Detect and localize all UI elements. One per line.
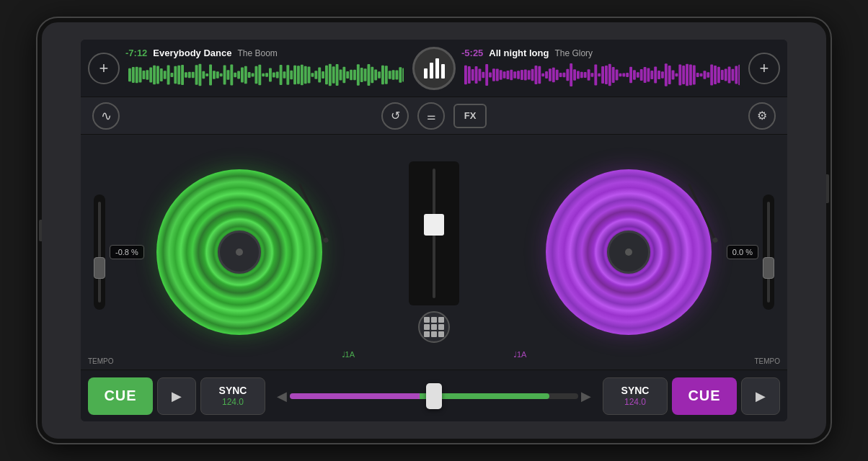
svg-rect-22	[205, 73, 208, 76]
svg-rect-111	[573, 69, 576, 80]
svg-rect-46	[290, 71, 293, 80]
settings-button[interactable]: ⚙	[748, 102, 776, 130]
crossfader-arrow-right: ▶	[581, 388, 591, 404]
right-deck: 0.0 % TEMPO ♩1A	[470, 135, 787, 370]
right-play-button[interactable]: ▶	[741, 377, 780, 415]
svg-rect-4	[143, 71, 146, 79]
right-sync-button[interactable]: SYNC 124.0	[603, 377, 668, 415]
svg-rect-119	[601, 66, 604, 84]
svg-rect-39	[265, 73, 268, 77]
left-play-button[interactable]: ▶	[157, 377, 196, 415]
svg-rect-43	[280, 65, 283, 85]
svg-rect-134	[654, 67, 657, 84]
svg-rect-157	[735, 66, 738, 84]
right-turntable[interactable]	[546, 169, 712, 335]
svg-rect-113	[580, 72, 583, 79]
right-sync-bpm: 124.0	[624, 397, 646, 407]
svg-rect-100	[535, 66, 538, 84]
left-waveform-svg	[128, 61, 404, 89]
svg-rect-135	[657, 71, 660, 79]
left-key-label: ♩1A	[342, 350, 355, 359]
volume-button[interactable]	[39, 220, 42, 241]
svg-rect-132	[647, 68, 650, 82]
svg-rect-87	[489, 73, 492, 78]
svg-rect-57	[329, 64, 332, 86]
crossfader-thumb[interactable]	[426, 383, 442, 409]
left-needle	[298, 183, 328, 243]
svg-rect-114	[584, 72, 587, 78]
svg-rect-122	[612, 67, 615, 83]
svg-rect-49	[301, 65, 304, 86]
svg-rect-145	[693, 65, 696, 84]
svg-rect-37	[258, 65, 261, 86]
left-turntable[interactable]	[156, 169, 322, 335]
svg-rect-97	[524, 69, 527, 80]
svg-rect-32	[241, 68, 244, 83]
svg-rect-26	[220, 73, 223, 77]
svg-rect-67	[364, 68, 367, 81]
svg-rect-68	[368, 64, 371, 86]
sync-button[interactable]: ↺	[381, 102, 409, 130]
left-tempo-thumb[interactable]	[94, 257, 105, 279]
svg-rect-35	[252, 73, 254, 77]
svg-rect-103	[545, 71, 548, 79]
svg-rect-127	[629, 67, 632, 84]
add-track-right-button[interactable]: +	[748, 53, 780, 84]
right-waveform[interactable]	[461, 61, 743, 89]
left-tempo-slider[interactable]	[94, 194, 105, 310]
svg-rect-41	[273, 72, 275, 77]
svg-rect-1	[132, 67, 135, 83]
svg-rect-23	[209, 65, 212, 86]
eq-button[interactable]: ⚌	[417, 102, 445, 130]
fx-button[interactable]: FX	[453, 104, 487, 128]
svg-rect-80	[464, 66, 467, 84]
left-waveform[interactable]	[125, 61, 407, 89]
app-screen: + -7:12 Everybody Dance The Boom	[81, 40, 787, 421]
svg-rect-27	[223, 66, 226, 85]
svg-rect-0	[128, 68, 131, 81]
svg-rect-136	[661, 71, 664, 79]
vertical-crossfader-thumb[interactable]	[424, 214, 444, 236]
svg-rect-2	[136, 67, 138, 84]
svg-rect-96	[521, 70, 523, 80]
svg-rect-36	[255, 66, 258, 84]
left-deck-time: -7:12	[125, 48, 147, 58]
svg-rect-141	[678, 64, 681, 85]
left-deck-info: -7:12 Everybody Dance The Boom	[125, 48, 407, 89]
left-sync-button[interactable]: SYNC 124.0	[200, 377, 265, 415]
svg-rect-152	[717, 67, 720, 84]
right-play-icon: ▶	[756, 388, 766, 404]
horizontal-crossfader[interactable]: ◀ ▶	[270, 377, 598, 415]
svg-rect-59	[336, 64, 339, 86]
eq-icon: ⚌	[427, 110, 436, 122]
svg-rect-72	[381, 66, 384, 85]
right-pitch-display: 0.0 %	[727, 245, 758, 259]
grid-button[interactable]	[418, 311, 450, 343]
svg-rect-3	[139, 68, 142, 83]
svg-rect-66	[360, 68, 363, 82]
svg-rect-11	[167, 65, 170, 84]
vertical-crossfader-track	[433, 169, 435, 298]
add-track-left-button[interactable]: +	[88, 53, 120, 84]
svg-rect-137	[665, 63, 668, 86]
svg-rect-76	[396, 71, 399, 80]
right-tempo-slider[interactable]	[763, 194, 774, 310]
left-cue-button[interactable]: CUE	[88, 377, 153, 415]
left-tempo-label: TEMPO	[88, 357, 114, 365]
wave-button[interactable]: ∿	[92, 102, 120, 130]
right-cue-button[interactable]: CUE	[672, 377, 737, 415]
center-column	[398, 135, 470, 370]
svg-rect-98	[528, 70, 531, 79]
svg-rect-84	[479, 68, 482, 81]
right-tempo-track	[767, 202, 770, 303]
svg-rect-50	[304, 66, 307, 84]
vertical-crossfader[interactable]	[409, 161, 459, 305]
svg-rect-16	[185, 72, 187, 77]
svg-rect-33	[244, 66, 247, 84]
right-key-label: ♩1A	[513, 350, 526, 359]
left-pitch-display: -0.8 %	[110, 245, 144, 259]
right-tempo-thumb[interactable]	[763, 257, 774, 279]
power-button[interactable]	[826, 174, 829, 203]
svg-rect-106	[556, 70, 559, 80]
svg-rect-13	[174, 66, 177, 84]
